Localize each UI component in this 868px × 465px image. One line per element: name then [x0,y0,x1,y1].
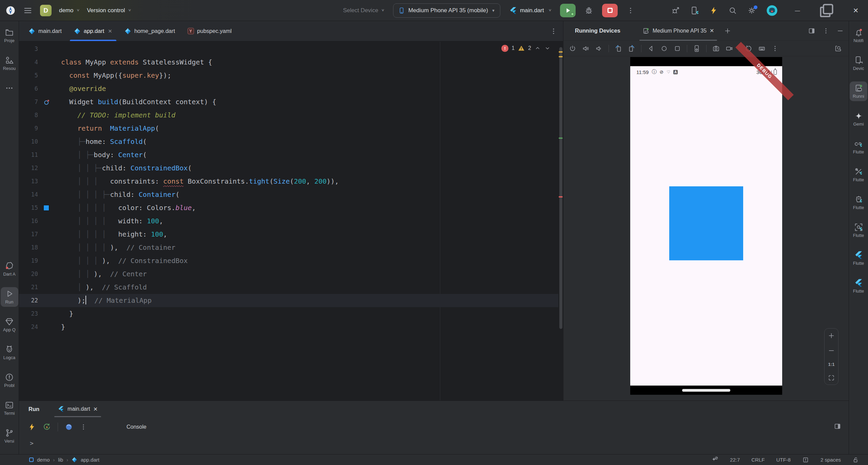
code-line-6[interactable]: 6 @override [19,82,558,95]
tool-stripe-item-probl[interactable]: Probl [1,371,18,390]
screen-search-icon[interactable] [834,45,842,52]
code-line-13[interactable]: 13 │ │ │ constraints: const BoxConstrain… [19,175,558,188]
overview-icon[interactable] [674,45,681,52]
code-line-14[interactable]: 14 │ │ │ ├─child: Container( [19,188,558,201]
home-indicator[interactable] [682,389,730,392]
tool-stripe-item-versi[interactable]: Versi [1,426,18,446]
layout-icon[interactable] [808,27,815,35]
code-line-19[interactable]: 19 │ │ │ ), // ConstrainedBox [19,254,558,267]
code-line-3[interactable]: 3 [19,42,558,56]
code-line-21[interactable]: 21 │ ), // Scaffold [19,281,558,294]
select-device-dropdown[interactable]: Select Device˅ [343,7,384,14]
tool-stripe-item-run[interactable]: Run [1,287,18,307]
code-line-12[interactable]: 12 │ │ ├─child: ConstrainedBox( [19,162,558,175]
hardware-input-icon[interactable] [758,45,766,52]
tool-stripe-item-flutte[interactable]: Flutte [850,248,867,268]
toolbar-more-icon[interactable] [771,45,779,52]
tool-stripe-item-more[interactable] [1,81,18,95]
breadcrumb-dir[interactable]: lib [58,457,63,463]
run-configuration-selector[interactable]: main.dart˅ [509,6,551,15]
split-console-icon[interactable] [834,423,841,430]
tool-stripe-item-runni[interactable]: Runni [850,81,867,101]
code-line-9[interactable]: 9 return MaterialApp( [19,122,558,135]
code-lines[interactable]: 34class MyApp extends StatelessWidget {5… [19,42,558,334]
tab-options-icon[interactable] [549,27,558,35]
emulator-screen[interactable]: 11:59 ⓘ ⊘ ♡ A 3G ! [630,66,782,386]
breadcrumb-project[interactable]: demo [37,457,50,463]
change-stripe-mark[interactable] [559,137,563,139]
tool-stripe-item-resou[interactable]: Resou [1,54,18,73]
tool-stripe-item-devic[interactable]: Devic [850,54,867,73]
flutter-hot-restart-icon[interactable] [43,423,51,431]
code-line-5[interactable]: 5 const MyApp({super.key}); [19,69,558,82]
editor-tab-app.dart[interactable]: app.dart✕ [68,21,118,41]
volume-up-icon[interactable] [582,45,590,52]
zoom-out-icon[interactable] [828,347,835,354]
code-line-10[interactable]: 10 ├─home: Scaffold( [19,135,558,148]
tool-stripe-item-flutte[interactable]: Flutte [850,193,867,212]
editor-scrollbar[interactable] [558,42,563,401]
stop-button[interactable] [602,4,618,17]
code-line-20[interactable]: 20 │ │ ), // Center [19,267,558,281]
code-editor[interactable]: 34class MyApp extends StatelessWidget {5… [19,42,563,401]
zoom-in-icon[interactable] [828,332,835,339]
hide-panel-icon[interactable] [836,27,844,35]
rotate-right-icon[interactable] [628,45,635,52]
prev-problem-icon[interactable] [534,45,541,52]
warning-stripe-mark[interactable] [559,51,563,53]
line-separator[interactable]: CRLF [751,457,765,463]
tool-stripe-item-gemi[interactable]: Gemi [850,109,867,129]
main-menu-icon[interactable] [23,6,33,15]
more-actions-icon[interactable] [626,6,635,15]
close-tab-icon[interactable]: ✕ [108,28,112,34]
breadcrumb-file[interactable]: app.dart [81,457,99,463]
device-mirror-icon[interactable] [690,6,699,15]
inspection-status-icon[interactable] [802,457,809,463]
device-settings-icon[interactable] [693,45,700,52]
indent-style[interactable]: 2 spaces [821,457,841,463]
devtools-icon[interactable] [65,423,73,431]
run-button[interactable] [560,4,576,17]
color-swatch-gutter-icon[interactable] [43,205,49,211]
run-tab[interactable]: main.dart ✕ [54,401,101,417]
code-line-15[interactable]: 15 │ │ │ │ color: Colors.blue, [19,201,558,215]
panel-options-icon[interactable] [822,27,830,35]
vcs-widget[interactable]: Version control˅ [87,7,131,14]
search-everywhere-icon[interactable] [728,6,737,15]
error-stripe-mark[interactable] [559,196,563,198]
device-dropdown[interactable]: Medium Phone API 35 (mobile) ▼ [393,3,500,18]
override-gutter-icon[interactable] [43,99,50,106]
breadcrumb[interactable]: demo › lib › app.dart [0,457,99,463]
tool-stripe-item-flutte[interactable]: Flutte [850,276,867,296]
project-badge[interactable]: D [40,5,52,16]
device-tab[interactable]: Medium Phone API 35 ✕ [639,21,717,41]
editor-tab-home_page.dart[interactable]: home_page.dart [118,21,181,41]
code-line-17[interactable]: 17 │ │ │ │ height: 100, [19,228,558,241]
add-device-icon[interactable] [724,27,731,35]
caret-position[interactable]: 22:7 [730,457,740,463]
power-icon[interactable] [569,45,576,52]
tool-stripe-item-flutte[interactable]: Flutte [850,165,867,185]
code-line-23[interactable]: 23 } [19,307,558,320]
screenshot-icon[interactable] [712,45,720,52]
close-device-tab-icon[interactable]: ✕ [710,27,714,34]
code-line-8[interactable]: 8 // TODO: implement build [19,109,558,122]
warning-stripe-mark[interactable] [559,56,563,57]
code-line-22[interactable]: 22 ); // MaterialApp [19,294,558,307]
home-icon[interactable] [660,45,668,52]
editor-tab-main.dart[interactable]: main.dart [22,21,68,41]
screen-record-icon[interactable] [726,45,733,52]
console-output[interactable]: > [19,437,849,454]
tool-stripe-item-flutte[interactable]: Flutte [850,137,867,157]
tool-stripe-item-app-q[interactable]: App Q [1,315,18,335]
zoom-fit-icon[interactable] [828,374,835,381]
console-more-icon[interactable] [80,423,87,431]
code-line-16[interactable]: 16 │ │ │ │ width: 100, [19,215,558,228]
tool-stripe-item-proje[interactable]: Proje [1,26,18,45]
tool-stripe-item-logca[interactable]: Logca [1,343,18,362]
debug-button[interactable] [584,6,593,15]
code-line-18[interactable]: 18 │ │ │ │ ), // Container [19,241,558,254]
rotate-left-icon[interactable] [615,45,622,52]
volume-down-icon[interactable] [595,45,603,52]
lock-open-icon[interactable] [852,457,859,463]
